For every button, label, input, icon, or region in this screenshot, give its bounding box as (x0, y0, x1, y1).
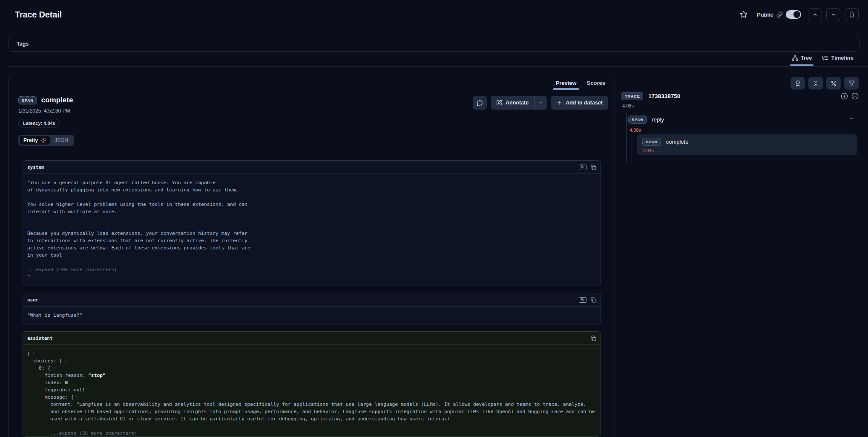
tree-toolbar (790, 77, 859, 90)
public-toggle[interactable] (786, 10, 801, 19)
tab-scores[interactable]: Scores (582, 76, 610, 89)
trash-icon (849, 12, 855, 17)
copy-icon[interactable] (591, 165, 596, 170)
format-pretty-segment[interactable]: Pretty (20, 136, 50, 145)
assistant-role-label: assistant (27, 336, 53, 341)
tree-node-trace[interactable]: TRACE 1738338750 (621, 92, 859, 100)
tabs-divider (9, 67, 868, 67)
observation-actions: Annotate Add to dataset (473, 96, 608, 110)
tree-node-reply[interactable]: SPAN reply (628, 116, 859, 124)
view-tabs: Tree Timeline (788, 52, 857, 66)
json-key-choices: choices: [ (33, 358, 62, 364)
public-share-control: Public (757, 10, 801, 19)
tab-scores-label: Scores (587, 80, 605, 86)
span-name: complete (666, 139, 689, 145)
annotate-pen-icon (496, 100, 502, 106)
copy-icon[interactable] (591, 336, 596, 341)
annotate-button[interactable]: Annotate (491, 96, 534, 110)
tab-timeline[interactable]: Timeline (819, 52, 857, 66)
expand-all-button[interactable] (841, 93, 848, 100)
filter-funnel-icon (848, 80, 855, 87)
collapse-all-nodes-button[interactable] (851, 93, 859, 100)
span-name: reply (652, 116, 664, 123)
tab-timeline-label: Timeline (831, 55, 854, 61)
closing-quote: " (27, 273, 596, 281)
span-type-badge: SPAN (18, 96, 37, 104)
timeline-list-icon (822, 55, 828, 61)
share-link-icon[interactable] (776, 12, 783, 18)
tab-preview[interactable]: Preview (550, 76, 581, 89)
collapse-chevron-icon[interactable] (52, 366, 56, 370)
page-title: Trace Detail (15, 10, 62, 20)
latency-badge: Latency: 4.04s (18, 119, 60, 127)
collapse-node-button[interactable] (848, 116, 854, 122)
json-key-message: message: { (45, 394, 74, 400)
markdown-toggle-icon[interactable]: M↓ (579, 297, 586, 303)
scores-award-button[interactable] (790, 77, 805, 90)
user-message-block: user M↓ "What is Langfuse?" (23, 293, 601, 324)
header-divider (8, 27, 860, 27)
next-trace-button[interactable] (826, 8, 840, 21)
tree-branch-line (632, 139, 632, 164)
expand-link[interactable]: ...expand (38 more characters) (27, 430, 596, 437)
observation-preview-panel: Preview Scores SPAN complete 1/31/2025, … (9, 76, 615, 437)
trace-tree-panel: TRACE 1738338750 4.08s SPAN reply 4.08s … (620, 76, 859, 437)
trace-duration: 4.08s (622, 103, 634, 108)
circle-plus-icon (841, 93, 848, 100)
plus-icon (556, 100, 562, 106)
expand-link[interactable]: ...expand (596 more characters) (27, 266, 596, 273)
comment-button[interactable] (473, 96, 487, 110)
fold-vertical-icon (813, 80, 819, 87)
collapse-chevron-icon[interactable] (32, 351, 36, 356)
collapse-chevron-icon[interactable] (75, 395, 79, 399)
previous-trace-button[interactable] (808, 8, 822, 21)
span-type-badge: SPAN (628, 116, 647, 124)
percent-icon (831, 80, 837, 87)
delete-trace-button[interactable] (845, 8, 859, 21)
format-toggle: Pretty JSON (18, 135, 74, 146)
markdown-toggle-icon[interactable]: M↓ (579, 165, 586, 170)
annotate-label: Annotate (506, 100, 529, 106)
tab-tree-label: Tree (801, 55, 812, 61)
add-to-dataset-button[interactable]: Add to dataset (551, 96, 608, 110)
tree-network-icon (792, 55, 798, 61)
json-open-brace: { (27, 351, 30, 356)
json-key-content: content: "Langfuse is an observability a… (50, 402, 598, 422)
show-percent-button[interactable] (826, 77, 841, 90)
observation-title: complete (41, 96, 73, 104)
star-icon (740, 11, 747, 18)
message-blocks: system M↓ "You are a general purpose AI … (9, 146, 615, 437)
json-value-finish-reason: "stop" (88, 373, 106, 378)
header-actions: Public (738, 8, 859, 21)
trace-badge: TRACE (621, 92, 643, 100)
observation-timestamp: 1/31/2025, 4:52:30 PM (18, 108, 74, 114)
collapse-all-button[interactable] (808, 77, 823, 90)
tags-input[interactable]: Tags (9, 36, 859, 52)
span-type-badge: SPAN (642, 138, 661, 146)
annotate-dropdown-button[interactable] (534, 96, 547, 110)
system-message-block: system M↓ "You are a general purpose AI … (23, 160, 601, 286)
circle-minus-icon (851, 93, 859, 100)
json-key-logprobs: logprobs: null (45, 387, 85, 393)
add-to-dataset-label: Add to dataset (566, 100, 603, 106)
observation-meta: SPAN complete 1/31/2025, 4:52:30 PM Late… (18, 96, 74, 146)
collapse-chevron-icon[interactable] (63, 359, 68, 363)
award-icon (795, 80, 801, 87)
user-role-label: user (27, 297, 39, 303)
json-value-index: 0 (65, 380, 68, 385)
assistant-json-viewer: { choices: [ 0: { finish_reason: "stop" … (23, 345, 601, 437)
filter-button[interactable] (844, 77, 859, 90)
assistant-message-block: assistant { choices: [ 0: { finish_reaso… (23, 331, 601, 437)
tab-tree[interactable]: Tree (788, 52, 816, 66)
system-role-label: system (27, 165, 44, 170)
format-json-segment[interactable]: JSON (50, 136, 73, 145)
comment-bubble-icon (477, 100, 483, 106)
copy-icon[interactable] (591, 297, 596, 303)
trace-id: 1738338750 (648, 93, 680, 99)
pretty-label: Pretty (23, 137, 38, 143)
minus-icon (848, 116, 854, 122)
bookmark-star-button[interactable] (738, 9, 749, 20)
tree-node-complete-selected[interactable]: SPAN complete 4.04s (637, 134, 857, 155)
chevron-up-icon (812, 12, 818, 17)
json-key-0: 0: { (39, 365, 50, 371)
